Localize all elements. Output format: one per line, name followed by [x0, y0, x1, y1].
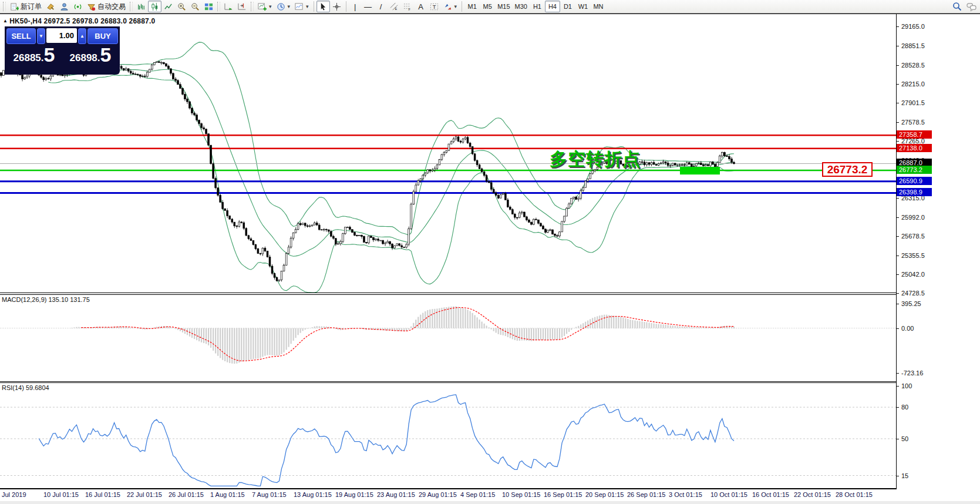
- axis-tick-label: 24728.5: [901, 290, 925, 297]
- hammer-icon: [46, 2, 55, 11]
- strategy-tester-button[interactable]: [58, 1, 71, 12]
- search-button[interactable]: [950, 1, 964, 12]
- zoom-out-button[interactable]: [188, 1, 202, 12]
- axis-tick-mark: [897, 439, 899, 439]
- period-dropdown[interactable]: ▾: [274, 1, 293, 12]
- time-axis-label: 16 Sep 01:15: [544, 491, 582, 498]
- search-icon: [952, 2, 962, 11]
- trendline-tool[interactable]: /: [375, 1, 388, 12]
- axis-tick-label: 25355.5: [901, 252, 925, 259]
- toolbar: 新订单 自动交易: [0, 0, 980, 14]
- toolbar-separator: [462, 1, 462, 12]
- zoom-in-button[interactable]: [175, 1, 188, 12]
- line-chart-mode-button[interactable]: [161, 1, 175, 12]
- price-axis[interactable]: 29165.028851.528528.528215.027901.527578…: [896, 14, 980, 489]
- time-axis-label: 1 Aug 01:15: [210, 491, 245, 498]
- vertical-line-tool[interactable]: |: [349, 1, 362, 12]
- timeframe-M15[interactable]: M15: [495, 1, 512, 12]
- crosshair-tool-button[interactable]: [330, 1, 343, 12]
- chart-shift-button[interactable]: [235, 1, 249, 12]
- toolbar-grip[interactable]: [251, 2, 254, 11]
- time-axis-label: 23 Aug 01:15: [377, 491, 415, 498]
- volume-input[interactable]: [46, 28, 77, 43]
- label-tool-icon: T: [430, 2, 439, 11]
- axis-tick-label: 28528.5: [901, 62, 925, 69]
- market-watch-button[interactable]: [44, 1, 58, 12]
- buy-price-display[interactable]: 26898.5: [63, 45, 118, 65]
- axis-tick-mark: [897, 328, 899, 329]
- axis-tick-label: 395.25: [901, 300, 921, 307]
- time-axis-label: 29 Aug 01:15: [419, 491, 457, 498]
- axis-tick-label: 27578.5: [901, 119, 925, 126]
- time-axis-label: 26 Sep 01:15: [627, 491, 665, 498]
- clock-icon: [277, 2, 285, 11]
- time-axis-label: 13 Aug 01:15: [294, 491, 332, 498]
- volume-decrease-button[interactable]: ▼: [37, 28, 45, 44]
- toolbar-grip[interactable]: [130, 2, 133, 11]
- chart-annotation-text: 多空转折点: [550, 147, 641, 172]
- price-level-chip: 26773.2: [897, 166, 932, 174]
- axis-tick-label: 15: [901, 472, 908, 479]
- price-level-chip: 26590.9: [897, 177, 932, 185]
- timeframe-MN[interactable]: MN: [591, 1, 606, 12]
- timeframe-M1[interactable]: M1: [464, 1, 480, 12]
- horizontal-line-tool[interactable]: —: [362, 1, 375, 12]
- buy-button[interactable]: BUY: [87, 28, 118, 44]
- axis-tick-mark: [897, 386, 899, 387]
- timeframe-H1[interactable]: H1: [530, 1, 545, 12]
- auto-scroll-button[interactable]: [222, 1, 235, 12]
- toolbar-grip[interactable]: [217, 2, 220, 11]
- sell-price-big-digit: 5: [44, 45, 55, 65]
- candlestick-mode-button[interactable]: [148, 1, 161, 12]
- time-axis-label: 20 Sep 01:15: [585, 491, 624, 498]
- svg-text:E: E: [395, 7, 397, 11]
- price-level-chip: 27138.0: [897, 144, 932, 152]
- timeframe-M30[interactable]: M30: [513, 1, 530, 12]
- toolbar-grip[interactable]: [3, 2, 6, 11]
- trendline-icon: /: [380, 3, 382, 11]
- macd-indicator-label: MACD(12,26,9) 135.10 131.75: [2, 296, 90, 303]
- horizontal-line-icon: —: [364, 3, 372, 11]
- new-order-label: 新订单: [21, 2, 42, 12]
- axis-tick-label: 25678.5: [901, 233, 925, 240]
- time-axis-label: 10 Sep 01:15: [502, 491, 540, 498]
- timeframe-D1[interactable]: D1: [560, 1, 575, 12]
- template-dropdown[interactable]: ▾: [292, 1, 311, 12]
- caret-down-icon: ▾: [306, 4, 309, 9]
- time-axis-label: 22 Jul 01:15: [127, 491, 162, 498]
- channel-tool[interactable]: E: [388, 1, 401, 12]
- tile-windows-button[interactable]: [202, 1, 215, 12]
- chat-button[interactable]: [964, 1, 979, 12]
- chart-window: ▲HK50-,H4 26972.5 26978.0 26883.0 26887.…: [0, 14, 980, 504]
- text-tool[interactable]: A: [415, 1, 427, 12]
- volume-increase-button[interactable]: ▲: [78, 28, 86, 44]
- application-window: 新订单 自动交易: [0, 0, 980, 504]
- time-axis-label: 28 Oct 01:15: [836, 491, 873, 498]
- time-axis-label: 10 Oct 01:15: [710, 491, 747, 498]
- axis-tick-mark: [897, 122, 899, 123]
- new-chart-dropdown[interactable]: ▾: [255, 1, 274, 12]
- axis-tick-label: 28215.0: [901, 80, 925, 88]
- timeframe-M5[interactable]: M5: [480, 1, 495, 12]
- symbol-marker-icon: ▲: [3, 18, 8, 23]
- timeframe-W1[interactable]: W1: [575, 1, 591, 12]
- cursor-tool-button[interactable]: [316, 1, 330, 12]
- sell-button[interactable]: SELL: [6, 28, 36, 44]
- arrows-dropdown[interactable]: ▾: [441, 1, 460, 12]
- bar-chart-mode-button[interactable]: [134, 1, 148, 12]
- bottom-strip: [0, 501, 980, 504]
- time-axis-label: 16 Oct 01:15: [752, 491, 789, 498]
- new-order-button[interactable]: 新订单: [8, 1, 44, 12]
- axis-tick-mark: [897, 373, 899, 374]
- label-tool[interactable]: T: [427, 1, 441, 12]
- axis-tick-mark: [897, 274, 899, 275]
- signals-button[interactable]: [71, 1, 85, 12]
- time-axis[interactable]: Jul 201910 Jul 01:1516 Jul 01:1522 Jul 0…: [0, 489, 980, 501]
- timeframe-H4[interactable]: H4: [545, 1, 560, 12]
- fibonacci-tool[interactable]: F: [401, 1, 415, 12]
- autotrading-button[interactable]: 自动交易: [85, 1, 128, 12]
- sell-price-display[interactable]: 26885.5: [6, 45, 62, 65]
- zoom-out-icon: [191, 2, 200, 11]
- timeframe-group: M1M5M15M30H1H4D1W1MN: [464, 1, 606, 12]
- chart-plot[interactable]: ▲HK50-,H4 26972.5 26978.0 26883.0 26887.…: [0, 14, 896, 501]
